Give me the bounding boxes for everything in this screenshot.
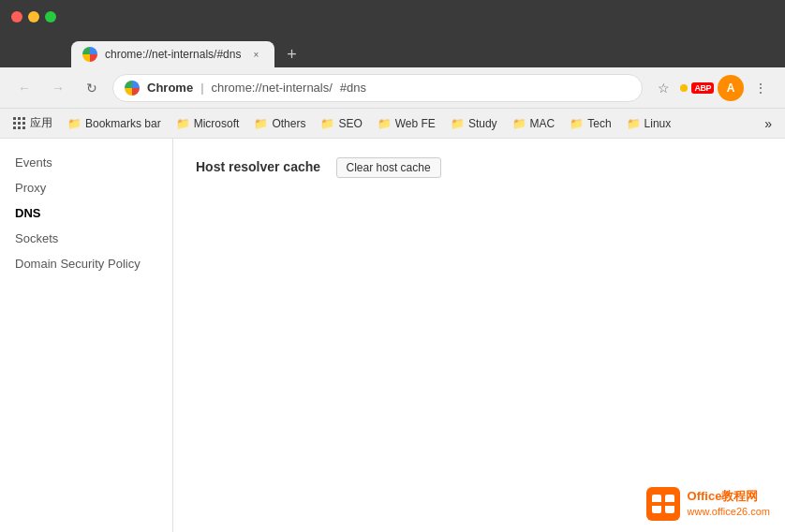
- bookmark-tech[interactable]: 📁 Tech: [564, 115, 616, 132]
- tab-close-button[interactable]: ×: [248, 47, 263, 62]
- apps-label: 应用: [30, 115, 52, 131]
- reload-button[interactable]: ↻: [79, 75, 105, 101]
- abp-extension-icon[interactable]: ABP: [691, 82, 714, 94]
- sidebar-item-label: Proxy: [15, 181, 46, 195]
- toolbar-icons: ☆ ABP A ⋮: [650, 75, 774, 101]
- sidebar-item-domain-security-policy[interactable]: Domain Security Policy: [0, 251, 172, 276]
- folder-icon: 📁: [627, 117, 641, 130]
- bookmark-mac[interactable]: 📁 MAC: [507, 115, 561, 132]
- svg-rect-3: [652, 502, 674, 506]
- maximize-window-button[interactable]: [45, 11, 56, 22]
- bookmark-study[interactable]: 📁 Study: [445, 115, 503, 132]
- watermark: Office教程网 www.office26.com: [646, 487, 770, 521]
- main-panel: Host resolver cache Clear host cache: [173, 139, 785, 532]
- tab-bar: chrome://net-internals/#dns × +: [0, 34, 785, 67]
- sidebar-item-label: DNS: [15, 206, 40, 220]
- more-bookmarks-button[interactable]: »: [759, 114, 778, 133]
- title-bar: [0, 0, 785, 34]
- bookmark-label: SEO: [338, 117, 362, 130]
- bookmark-star-icon[interactable]: ☆: [650, 75, 676, 101]
- apps-grid-icon: [13, 117, 26, 130]
- profile-avatar[interactable]: A: [718, 75, 744, 101]
- section-title: Host resolver cache: [196, 159, 320, 174]
- watermark-site-name: Office教程网: [688, 488, 770, 505]
- bookmark-label: Web FE: [395, 117, 436, 130]
- url-bar[interactable]: Chrome | chrome://net-internals/ #dns: [112, 74, 643, 102]
- url-path: chrome://net-internals/: [212, 81, 333, 95]
- bookmark-label: Linux: [644, 117, 672, 130]
- close-window-button[interactable]: [11, 11, 22, 22]
- bookmark-label: MAC: [530, 117, 555, 130]
- watermark-logo: [646, 487, 680, 521]
- tab-favicon: [82, 47, 97, 62]
- more-label: »: [764, 116, 772, 131]
- folder-icon: 📁: [320, 117, 334, 130]
- folder-icon: 📁: [570, 117, 584, 130]
- folder-icon: 📁: [176, 117, 190, 130]
- forward-button[interactable]: →: [45, 75, 71, 101]
- url-separator: |: [200, 81, 203, 95]
- tab-title: chrome://net-internals/#dns: [105, 48, 241, 61]
- bookmark-bookmarks-bar[interactable]: 📁 Bookmarks bar: [62, 115, 167, 132]
- bookmark-label: Bookmarks bar: [85, 117, 161, 130]
- clear-host-cache-button[interactable]: Clear host cache: [336, 157, 441, 178]
- address-bar: ← → ↻ Chrome | chrome://net-internals/ #…: [0, 67, 785, 109]
- url-favicon: [125, 81, 140, 96]
- url-hash: #dns: [340, 81, 366, 95]
- bookmark-others[interactable]: 📁 Others: [248, 115, 311, 132]
- active-tab[interactable]: chrome://net-internals/#dns ×: [71, 41, 274, 67]
- bookmarks-bar: 应用 📁 Bookmarks bar 📁 Microsoft 📁 Others …: [0, 109, 785, 139]
- bookmark-label: Microsoft: [194, 117, 240, 130]
- bookmark-webfe[interactable]: 📁 Web FE: [372, 115, 441, 132]
- sidebar: Events Proxy DNS Sockets Domain Security…: [0, 139, 173, 532]
- bookmark-label: Others: [272, 117, 305, 130]
- folder-icon: 📁: [512, 117, 526, 130]
- minimize-window-button[interactable]: [28, 11, 39, 22]
- bookmark-label: Study: [468, 117, 497, 130]
- sidebar-item-label: Sockets: [15, 231, 58, 245]
- watermark-url: www.office26.com: [688, 505, 770, 519]
- url-brand: Chrome: [147, 81, 193, 95]
- sidebar-item-sockets[interactable]: Sockets: [0, 226, 172, 251]
- bookmark-microsoft[interactable]: 📁 Microsoft: [170, 115, 245, 132]
- new-tab-button[interactable]: +: [278, 41, 304, 67]
- watermark-text: Office教程网 www.office26.com: [688, 488, 770, 520]
- sidebar-item-label: Events: [15, 155, 52, 170]
- update-indicator: [680, 84, 688, 92]
- folder-icon: 📁: [67, 117, 81, 130]
- traffic-lights: [11, 11, 56, 22]
- apps-launcher[interactable]: 应用: [7, 113, 58, 133]
- browser-content: Events Proxy DNS Sockets Domain Security…: [0, 139, 785, 532]
- folder-icon: 📁: [254, 117, 268, 130]
- sidebar-item-dns[interactable]: DNS: [0, 200, 172, 226]
- folder-icon: 📁: [378, 117, 392, 130]
- bookmark-linux[interactable]: 📁 Linux: [621, 115, 677, 132]
- bookmark-seo[interactable]: 📁 SEO: [315, 115, 367, 132]
- sidebar-item-proxy[interactable]: Proxy: [0, 175, 172, 200]
- menu-button[interactable]: ⋮: [748, 75, 774, 101]
- folder-icon: 📁: [451, 117, 465, 130]
- sidebar-item-events[interactable]: Events: [0, 150, 172, 175]
- sidebar-item-label: Domain Security Policy: [15, 257, 141, 271]
- bookmark-label: Tech: [587, 117, 611, 130]
- back-button[interactable]: ←: [11, 75, 37, 101]
